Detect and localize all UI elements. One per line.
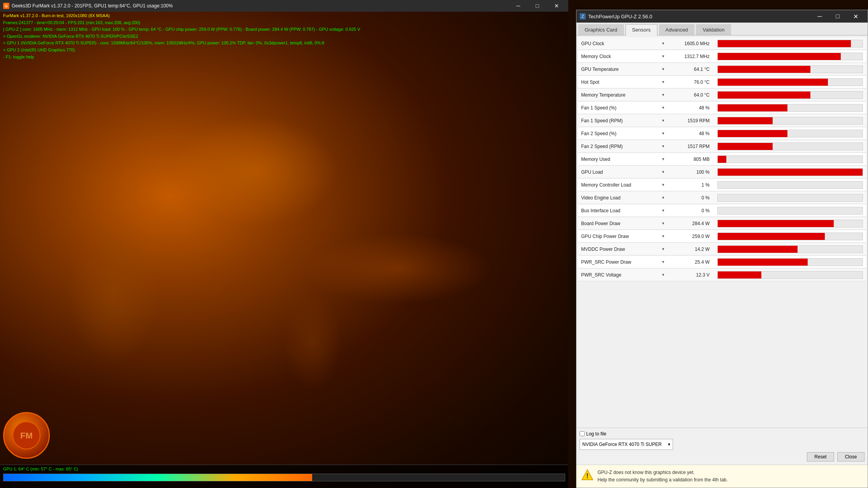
warning-icon: ! (581, 469, 594, 481)
temp-bar-fill (4, 474, 312, 481)
gpuz-close-button[interactable]: ✕ (847, 10, 864, 23)
reset-button[interactable]: Reset (807, 452, 834, 462)
sensor-dropdown-icon[interactable]: ▾ (662, 118, 664, 123)
sensor-bar-container (717, 117, 863, 125)
sensor-name: Bus Interface Load▾ (578, 208, 668, 213)
sensor-bar-container (717, 40, 863, 48)
log-to-file-row: Log to file (580, 431, 864, 437)
sensor-dropdown-icon[interactable]: ▾ (662, 247, 664, 252)
sensor-row: Memory Used▾805 MB (578, 153, 866, 166)
sensor-name: Memory Used▾ (578, 157, 668, 162)
sensor-bar-container (717, 130, 863, 137)
tab-advanced[interactable]: Advanced (659, 24, 695, 35)
furmark-logo: FM (3, 412, 54, 463)
sensor-row: PWR_SRC Voltage▾12.3 V (578, 269, 866, 281)
furmark-minimize-button[interactable]: ─ (510, 0, 527, 12)
gpuz-window: Z TechPowerUp GPU-Z 2.56.0 ─ □ ✕ Graphic… (576, 10, 868, 488)
sensor-dropdown-icon[interactable]: ▾ (662, 67, 664, 72)
sensor-dropdown-icon[interactable]: ▾ (662, 131, 664, 136)
sensor-dropdown-icon[interactable]: ▾ (662, 272, 664, 277)
sensor-name: GPU Chip Power Draw▾ (578, 234, 668, 239)
sensor-dropdown-icon[interactable]: ▾ (662, 208, 664, 213)
sensor-dropdown-icon[interactable]: ▾ (662, 157, 664, 162)
gpuz-bottom: Log to file NVIDIA GeForce RTX 4070 Ti S… (576, 428, 868, 465)
sensor-row: Fan 1 Speed (%)▾48 % (578, 102, 866, 114)
tab-sensors[interactable]: Sensors (626, 24, 657, 35)
sensor-name: GPU Load▾ (578, 169, 668, 175)
sensor-dropdown-icon[interactable]: ▾ (662, 41, 664, 46)
log-to-file-checkbox[interactable] (580, 431, 585, 436)
bottom-buttons: Reset Close (580, 452, 864, 462)
sensor-value: 48 % (668, 105, 714, 111)
warning-line1: GPU-Z does not know this graphics device… (597, 469, 728, 476)
sensor-bar-container (717, 194, 863, 202)
sensor-bar (718, 104, 787, 111)
sensor-row: GPU Chip Power Draw▾259.0 W (578, 230, 866, 243)
sensor-dropdown-icon[interactable]: ▾ (662, 259, 664, 264)
gpu-select-chevron: ▾ (668, 442, 670, 447)
tab-graphics-card[interactable]: Graphics Card (578, 24, 624, 35)
sensor-dropdown-icon[interactable]: ▾ (662, 234, 664, 239)
furmark-maximize-button[interactable]: □ (529, 0, 546, 12)
furmark-window: G Geeks3D FurMark v1.37.2.0 - 201FPS, GP… (0, 0, 568, 488)
gpuz-maximize-button[interactable]: □ (829, 10, 847, 23)
sensor-bar (718, 220, 834, 227)
sensor-dropdown-icon[interactable]: ▾ (662, 221, 664, 226)
sensor-value: 1605.0 MHz (668, 41, 714, 46)
sensor-value: 0 % (668, 208, 714, 213)
sensor-value: 25.4 W (668, 259, 714, 265)
sensor-dropdown-icon[interactable]: ▾ (662, 182, 664, 187)
furmark-info-line-4: > GPU 1 (NVIDIA GeForce RTX 4070 Ti SUPE… (3, 40, 360, 47)
sensor-row: Fan 2 Speed (RPM)▾1517 RPM (578, 140, 866, 153)
sensor-dropdown-icon[interactable]: ▾ (662, 79, 664, 85)
gpu-select-dropdown[interactable]: NVIDIA GeForce RTX 4070 Ti SUPER ▾ (580, 439, 673, 450)
furmark-title: Geeks3D FurMark v1.37.2.0 - 201FPS, GPU1… (12, 3, 173, 9)
sensor-dropdown-icon[interactable]: ▾ (662, 144, 664, 149)
sensor-dropdown-icon[interactable]: ▾ (662, 105, 664, 110)
sensor-bar-container (717, 245, 863, 253)
temp-bar-container (3, 474, 565, 481)
sensor-value: 1312.7 MHz (668, 54, 714, 59)
sensor-row: Fan 2 Speed (%)▾48 % (578, 127, 866, 140)
gpu-select-value: NVIDIA GeForce RTX 4070 Ti SUPER (582, 442, 662, 447)
sensor-row: MVDDC Power Draw▾14.2 W (578, 243, 866, 255)
sensor-value: 1519 RPM (668, 118, 714, 123)
furmark-info-line-3: > OpenGL renderer: NVIDIA GeForce RTX 40… (3, 33, 360, 40)
sensor-bar-container (717, 233, 863, 240)
sensor-value: 64.0 °C (668, 92, 714, 98)
sensor-bar (718, 66, 810, 73)
sensor-name: Memory Clock▾ (578, 54, 668, 59)
sensor-name: Memory Controller Load▾ (578, 182, 668, 188)
sensor-name: Fan 2 Speed (RPM)▾ (578, 144, 668, 149)
sensor-name: Memory Temperature▾ (578, 92, 668, 98)
sensor-dropdown-icon[interactable]: ▾ (662, 92, 664, 97)
sensor-bar (718, 53, 841, 60)
sensor-bar-container (717, 104, 863, 112)
log-to-file-label: Log to file (586, 431, 606, 437)
sensor-value: 284.4 W (668, 221, 714, 226)
svg-text:FM: FM (20, 431, 33, 440)
sensor-bar-container (717, 258, 863, 266)
tab-validation[interactable]: Validation (696, 24, 731, 35)
sensor-bar (718, 156, 726, 163)
close-button[interactable]: Close (837, 452, 864, 462)
sensor-dropdown-icon[interactable]: ▾ (662, 169, 664, 174)
sensor-bar-container (717, 91, 863, 99)
sensor-dropdown-icon[interactable]: ▾ (662, 195, 664, 200)
sensor-dropdown-icon[interactable]: ▾ (662, 54, 664, 59)
sensor-value: 64.1 °C (668, 67, 714, 72)
gpuz-minimize-button[interactable]: ─ (811, 10, 829, 23)
sensor-bar (718, 233, 825, 240)
sensor-bar (718, 271, 761, 278)
furmark-info-line-5: > GPU 2 (Intel(R) UHD Graphics 770) (3, 47, 360, 54)
sensor-bar (718, 92, 810, 99)
gpuz-icon: Z (580, 13, 586, 19)
sensor-value: 76.0 °C (668, 79, 714, 85)
furmark-info-line-1: Frames:241377 - time=00:20:04 - FPS:201 … (3, 19, 360, 26)
furmark-close-button[interactable]: ✕ (548, 0, 565, 12)
sensor-value: 48 % (668, 131, 714, 136)
gpuz-tabs: Graphics Card Sensors Advanced Validatio… (576, 23, 868, 35)
sensor-row: Hot Spot▾76.0 °C (578, 76, 866, 88)
sensor-value: 805 MB (668, 157, 714, 162)
sensor-bar-container (717, 53, 863, 60)
